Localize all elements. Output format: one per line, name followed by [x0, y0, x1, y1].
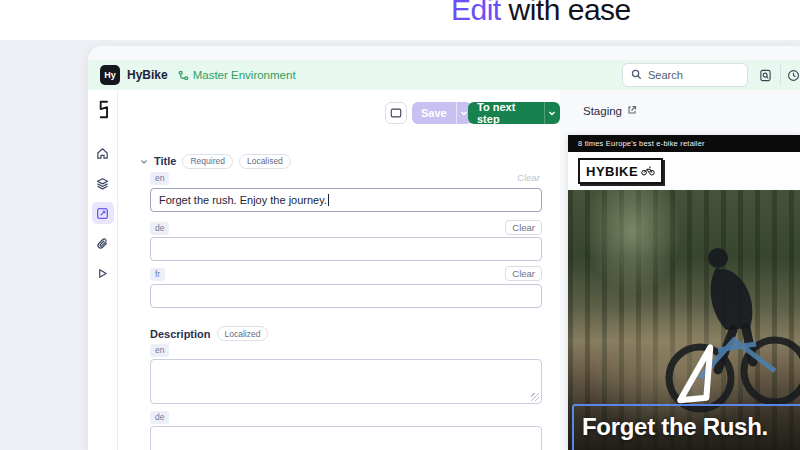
clear-button-de[interactable]: Clear [505, 220, 542, 235]
hero-photo: Forget the Rush. Enjoy the Journey. Disc… [568, 190, 800, 450]
app-logo-icon[interactable] [95, 100, 110, 124]
description-field-header: Description Localized [150, 326, 268, 341]
desc-lang-chip-de: de [150, 411, 169, 424]
lang-chip-de: de [150, 222, 169, 235]
lang-chip-fr: fr [150, 268, 165, 281]
play-icon[interactable] [92, 262, 114, 284]
save-button[interactable]: Save [412, 102, 472, 124]
app-window: Hy HyBike Master Environment Search [88, 46, 800, 450]
next-step-dropdown-button[interactable] [544, 102, 560, 124]
site-headline-line2: Enjoy the Journey. [582, 445, 790, 450]
lang-chip-en: en [150, 172, 169, 185]
environment-label[interactable]: Master Environment [193, 69, 296, 81]
site-preview: 8 times Europe's best e-bike retailer HY… [568, 135, 800, 450]
home-icon[interactable] [92, 142, 114, 164]
localised-badge: Localised [239, 154, 291, 169]
preview-mode-button[interactable] [385, 102, 407, 124]
toolbar-divider [780, 65, 781, 85]
resize-handle[interactable] [531, 393, 539, 401]
page-title-rest: with ease [501, 0, 631, 26]
title-input-fr[interactable] [150, 284, 542, 308]
search-icon [631, 66, 642, 84]
external-link-icon [627, 105, 637, 117]
space-name[interactable]: HyBike [127, 68, 168, 82]
search-placeholder: Search [648, 69, 683, 81]
title-field-header: Title Required Localised [140, 152, 291, 170]
search-input[interactable]: Search [622, 63, 748, 87]
title-field-label: Title [154, 155, 176, 167]
environment-bar: Hy HyBike Master Environment Search [88, 60, 800, 90]
description-textarea-de[interactable] [150, 426, 542, 450]
desc-lang-chip-en: en [150, 344, 169, 357]
description-textarea-en[interactable] [150, 359, 542, 404]
staging-label: Staging [583, 105, 622, 117]
next-step-label: To next step [468, 102, 544, 124]
site-headline-line1: Forget the Rush. [582, 409, 790, 445]
staging-link[interactable]: Staging [583, 105, 637, 117]
page-title-accent: Edit [451, 0, 501, 26]
document-search-button[interactable] [754, 64, 776, 86]
site-logo-text: HYBIKE [586, 164, 638, 179]
clock-button[interactable] [782, 64, 800, 86]
title-input-en[interactable]: Forget the rush. Enjoy the journey. [150, 188, 542, 212]
next-step-button[interactable]: To next step [468, 102, 560, 124]
description-field-label: Description [150, 328, 211, 340]
clear-button-fr[interactable]: Clear [505, 266, 542, 281]
title-input-de[interactable] [150, 237, 542, 261]
localized-badge: Localized [217, 326, 269, 341]
content-editor-icon[interactable] [92, 202, 114, 224]
collapse-chevron-icon[interactable] [140, 152, 148, 170]
branch-icon [178, 70, 189, 81]
required-badge: Required [182, 154, 233, 169]
title-input-en-value: Forget the rush. Enjoy the journey. [159, 194, 327, 206]
layers-icon[interactable] [92, 172, 114, 194]
site-logo-bar: HYBIKE [568, 152, 800, 190]
site-headline[interactable]: Forget the Rush. Enjoy the Journey. [582, 409, 790, 450]
text-caret [328, 194, 329, 206]
app-sidebar [88, 90, 118, 450]
site-logo: HYBIKE [578, 158, 663, 184]
bike-icon [641, 162, 655, 180]
page-title: Edit with ease [451, 0, 631, 27]
save-button-label: Save [412, 102, 456, 124]
clear-button-en[interactable]: Clear [517, 172, 540, 183]
cursor-pointer-icon [666, 342, 722, 408]
assets-icon[interactable] [92, 232, 114, 254]
site-top-banner: 8 times Europe's best e-bike retailer [568, 135, 800, 152]
space-logo[interactable]: Hy [100, 65, 120, 85]
screenshot-root: Edit with ease Hy HyBike Master Environm… [0, 0, 800, 450]
editor-panel: Save To next step Title Required Localis… [118, 90, 560, 450]
